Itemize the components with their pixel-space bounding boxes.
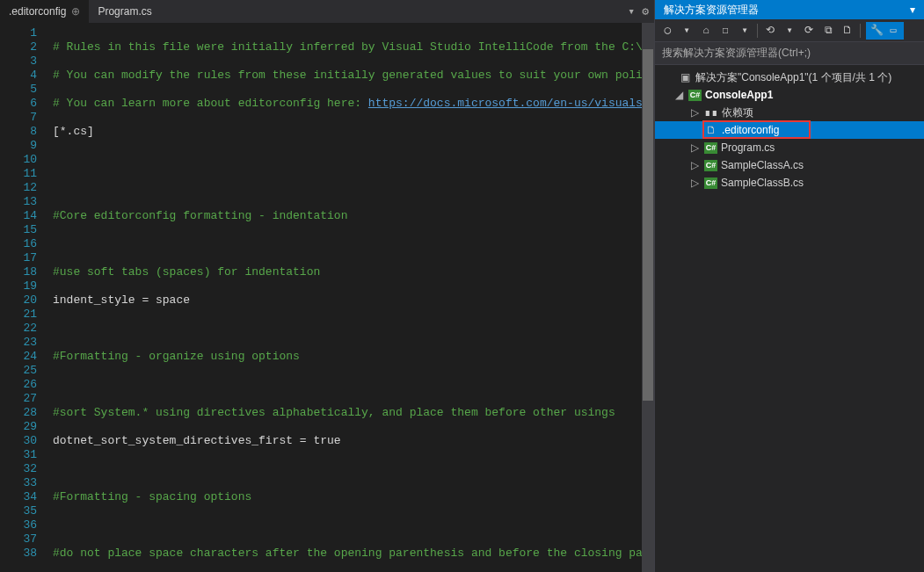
home-icon[interactable]: ⌂ [699, 24, 713, 38]
project-label: ConsoleApp1 [705, 89, 773, 101]
tab-editorconfig[interactable]: .editorconfig ⊕ [0, 0, 89, 23]
back-drop-icon[interactable]: ▾ [680, 24, 694, 38]
doc-drop-icon[interactable]: ▾ [738, 24, 752, 38]
pin-icon[interactable]: ⊕ [71, 5, 80, 18]
tab-bar: .editorconfig ⊕ Program.cs ▾ ⚙ [0, 0, 654, 23]
panel-title-bar: 解决方案资源管理器 ▾ [655, 0, 924, 19]
panel-dropdown-icon[interactable]: ▾ [910, 4, 915, 16]
cs-file-icon: C# [704, 160, 717, 171]
scrollbar-thumb[interactable] [643, 49, 653, 401]
file-icon: 🗋 [704, 124, 718, 136]
refresh-icon[interactable]: ⟳ [802, 24, 816, 38]
doc-icon[interactable]: ☐ [718, 24, 732, 38]
tab-label: .editorconfig [9, 5, 66, 18]
gear-icon[interactable]: ⚙ [642, 4, 649, 18]
collapse-icon[interactable]: ⧉ [821, 24, 835, 38]
collapse-arrow-icon[interactable]: ▷ [688, 106, 701, 119]
deps-node[interactable]: ▷ ∎∎ 依赖项 [655, 104, 924, 121]
solution-tree: ▣ 解决方案"ConsoleApp1"(1 个项目/共 1 个) ◢ C# Co… [655, 65, 924, 195]
program-label: Program.cs [721, 141, 775, 154]
panel-toolbar: ◯ ▾ ⌂ ☐ ▾ ⟲ ▾ ⟳ ⧉ 🗋 🔧 ▭ [655, 19, 924, 42]
classB-node[interactable]: ▷ C# SampleClassB.cs [655, 174, 924, 192]
vertical-scrollbar[interactable] [642, 23, 654, 572]
properties-group[interactable]: 🔧 ▭ [866, 22, 904, 40]
cs-file-icon: C# [704, 177, 717, 189]
tab-tools: ▾ ⚙ [628, 4, 654, 18]
dropdown-icon[interactable]: ▾ [628, 4, 635, 18]
collapse-arrow-icon[interactable]: ▷ [688, 177, 701, 189]
line-gutter: 1 2 3 4 5 6 7 8 9 10 11 12 13 14 15 16 1… [0, 23, 53, 572]
sync-icon[interactable]: ⟲ [763, 24, 777, 38]
classA-node[interactable]: ▷ C# SampleClassA.cs [655, 156, 924, 174]
expand-arrow-icon[interactable]: ◢ [673, 89, 685, 101]
code-editor[interactable]: 1 2 3 4 5 6 7 8 9 10 11 12 13 14 15 16 1… [0, 23, 654, 572]
collapse-arrow-icon[interactable]: ▷ [688, 159, 701, 171]
tab-program[interactable]: Program.cs [89, 0, 160, 23]
editor-pane: .editorconfig ⊕ Program.cs ▾ ⚙ 1 2 3 4 5… [0, 0, 654, 572]
solution-node[interactable]: ▣ 解决方案"ConsoleApp1"(1 个项目/共 1 个) [655, 69, 924, 86]
csproj-icon: C# [688, 90, 702, 101]
tab-label: Program.cs [98, 5, 151, 18]
wrench-icon[interactable]: 🔧 [869, 24, 884, 38]
deps-label: 依赖项 [722, 105, 753, 120]
solution-icon: ▣ [678, 71, 692, 83]
panel-search[interactable]: 搜索解决方案资源管理器(Ctrl+;) [655, 42, 924, 65]
doc-link[interactable]: https://docs.microsoft.com/en-us/visuals… [368, 97, 654, 110]
sync-drop-icon[interactable]: ▾ [782, 24, 797, 38]
panel-title-text: 解决方案资源管理器 [664, 3, 759, 18]
back-icon[interactable]: ◯ [660, 24, 674, 38]
prop-icon[interactable]: ▭ [886, 24, 900, 38]
code-content[interactable]: # Rules in this file were initially infe… [53, 23, 654, 572]
search-placeholder: 搜索解决方案资源管理器(Ctrl+;) [662, 47, 811, 59]
classB-label: SampleClassB.cs [721, 177, 804, 189]
solution-explorer: 解决方案资源管理器 ▾ ◯ ▾ ⌂ ☐ ▾ ⟲ ▾ ⟳ ⧉ 🗋 🔧 ▭ 搜索解决… [654, 0, 924, 572]
solution-label: 解决方案"ConsoleApp1"(1 个项目/共 1 个) [695, 70, 891, 85]
deps-icon: ∎∎ [704, 106, 718, 119]
show-all-icon[interactable]: 🗋 [840, 24, 855, 38]
classA-label: SampleClassA.cs [721, 159, 804, 171]
collapse-arrow-icon[interactable]: ▷ [688, 141, 701, 154]
program-node[interactable]: ▷ C# Program.cs [655, 139, 924, 156]
cs-file-icon: C# [704, 142, 717, 154]
editorconfig-node[interactable]: 🗋 .editorconfig [655, 121, 924, 139]
editorconfig-label: .editorconfig [722, 124, 779, 136]
project-node[interactable]: ◢ C# ConsoleApp1 [655, 86, 924, 104]
